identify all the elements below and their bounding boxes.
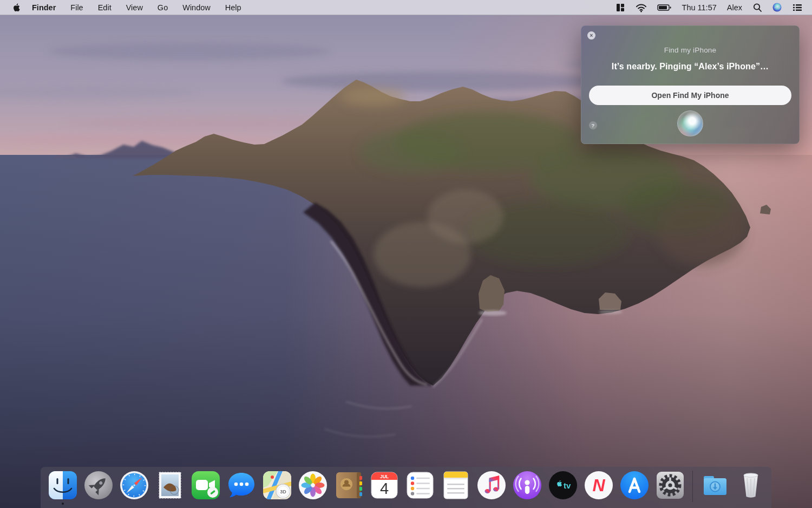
dock-item-tv[interactable]: tv (547, 470, 579, 505)
menu-bar-clock[interactable]: Thu 11:57 (682, 3, 717, 12)
calendar-month-label: JUL (380, 474, 389, 479)
dock-item-podcasts[interactable] (512, 470, 543, 505)
facetime-icon (190, 470, 221, 501)
spotlight-search-icon[interactable] (752, 2, 762, 13)
dock-item-system-preferences[interactable] (654, 470, 686, 505)
close-icon[interactable]: × (587, 31, 595, 40)
dock-item-photos[interactable] (297, 470, 329, 505)
dock-item-downloads-folder[interactable] (699, 470, 731, 505)
system-preferences-icon (654, 470, 686, 501)
calendar-day-label: 4 (380, 480, 389, 497)
dock-separator (692, 471, 693, 502)
siri-popup-message: It’s nearby. Pinging “Alex’s iPhone”… (581, 62, 800, 71)
maps-3d-label: 3D (280, 489, 286, 494)
dock-item-messages[interactable] (226, 470, 257, 505)
menu-go[interactable]: Go (158, 3, 168, 12)
podcasts-icon (512, 470, 543, 501)
menu-bar: Finder File Edit View Go Window Help Thu… (0, 0, 812, 15)
window-tiles-icon[interactable] (615, 2, 625, 13)
active-app-name[interactable]: Finder (32, 3, 56, 12)
siri-results-popup: × Find my iPhone It’s nearby. Pinging “A… (581, 25, 800, 144)
messages-icon (226, 470, 257, 501)
calendar-icon: JUL 4 (369, 470, 400, 501)
dock-item-app-store[interactable] (619, 470, 650, 505)
dock-item-music[interactable] (476, 470, 507, 505)
maps-icon: 3D (261, 470, 293, 501)
fast-user-switch-name[interactable]: Alex (727, 3, 742, 12)
tv-icon: tv (547, 470, 579, 501)
battery-icon[interactable] (657, 2, 672, 13)
dock-item-facetime[interactable] (190, 470, 221, 505)
dock-item-safari[interactable] (119, 470, 150, 505)
dock: 3D (41, 467, 771, 508)
music-icon (476, 470, 507, 501)
dock-item-trash[interactable] (735, 470, 767, 505)
notification-center-icon[interactable] (792, 2, 803, 13)
siri-orb-icon[interactable] (677, 110, 703, 136)
dock-item-launchpad[interactable] (83, 470, 114, 505)
dock-item-finder[interactable] (47, 470, 78, 505)
dock-item-calendar[interactable]: JUL 4 (369, 470, 400, 505)
dock-item-news[interactable]: N (583, 470, 614, 505)
dock-item-reminders[interactable] (404, 470, 436, 505)
news-n-label: N (592, 476, 605, 495)
photos-icon (297, 470, 329, 501)
reminders-icon (404, 470, 436, 501)
dock-item-notes[interactable] (440, 470, 472, 505)
contacts-icon (333, 470, 364, 501)
tv-label: tv (564, 481, 571, 490)
running-indicator-dot (62, 503, 64, 505)
trash-icon (735, 470, 767, 501)
menu-bar-status-area: Thu 11:57 Alex (615, 2, 803, 13)
menu-help[interactable]: Help (225, 3, 241, 12)
launchpad-icon (83, 470, 114, 501)
dock-item-mail[interactable] (154, 470, 186, 505)
app-store-icon (619, 470, 650, 501)
siri-icon[interactable] (772, 3, 782, 12)
mail-icon (154, 470, 186, 501)
downloads-folder-icon (699, 470, 731, 501)
menu-edit[interactable]: Edit (98, 3, 112, 12)
dock-item-contacts[interactable] (333, 470, 364, 505)
menu-window[interactable]: Window (182, 3, 211, 12)
menu-file[interactable]: File (70, 3, 83, 12)
news-icon: N (583, 470, 614, 501)
finder-icon (47, 470, 78, 501)
menu-view[interactable]: View (126, 3, 143, 12)
safari-icon (119, 470, 150, 501)
notes-icon (440, 470, 472, 501)
wifi-icon[interactable] (636, 2, 647, 13)
apple-menu-icon[interactable] (11, 3, 20, 12)
help-icon[interactable]: ? (589, 121, 597, 129)
siri-popup-title: Find my iPhone (581, 46, 800, 54)
app-menus: File Edit View Go Window Help (70, 3, 241, 12)
open-find-my-iphone-button[interactable]: Open Find My iPhone (589, 86, 791, 105)
dock-item-maps[interactable]: 3D (261, 470, 293, 505)
